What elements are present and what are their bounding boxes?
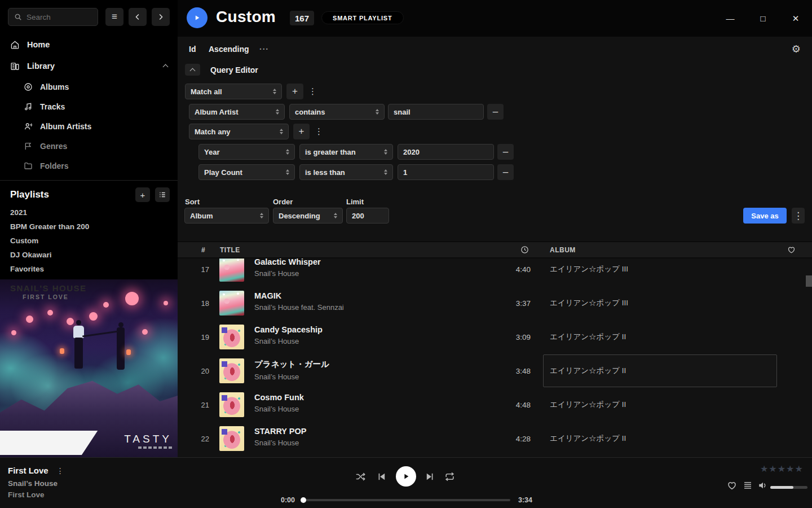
rule-operator-select[interactable]: is greater than <box>299 144 393 160</box>
track-title[interactable]: プラネット・ガール <box>254 359 329 370</box>
table-scrollbar-thumb[interactable] <box>806 275 812 287</box>
track-album[interactable]: エイリアン☆ポップ II <box>550 422 626 456</box>
album-art-thumbnail[interactable] <box>219 291 244 316</box>
track-title[interactable]: Cosmo Funk <box>254 393 304 402</box>
track-title[interactable]: MAGIK <box>254 291 344 300</box>
album-art-thumbnail[interactable] <box>219 325 244 349</box>
track-artist[interactable]: Snail’s House feat. Sennzai <box>254 303 344 312</box>
track-album[interactable]: エイリアン☆ポップ III <box>550 259 628 286</box>
playlist-item[interactable]: Custom <box>0 234 178 248</box>
table-row[interactable]: 19 Candy Spaceship Snail’s House 3:09 エイ… <box>178 320 812 354</box>
album-art-thumbnail[interactable] <box>219 392 244 417</box>
seek-knob[interactable] <box>301 497 306 503</box>
star-icon[interactable]: ★ <box>795 463 802 474</box>
favorite-button[interactable] <box>727 480 737 491</box>
rule-group-menu-icon[interactable]: ⋮ <box>315 127 323 135</box>
table-row[interactable]: 20 プラネット・ガール Snail’s House 3:48 エイリアン☆ポッ… <box>178 354 812 388</box>
sidebar-item-tracks[interactable]: Tracks <box>0 97 178 116</box>
track-album[interactable]: エイリアン☆ポップ III <box>550 286 628 320</box>
table-settings-gear-icon[interactable]: ⚙ <box>792 43 801 55</box>
now-playing-title[interactable]: First Love <box>8 466 48 475</box>
add-playlist-button[interactable]: + <box>135 187 150 202</box>
star-icon[interactable]: ★ <box>778 463 785 474</box>
favorite-column-heart-icon[interactable] <box>787 246 796 254</box>
sidebar-item-home[interactable]: Home <box>0 34 178 55</box>
menu-button[interactable]: ≡ <box>105 8 123 26</box>
column-title[interactable]: TITLE <box>220 246 240 254</box>
volume-slider[interactable] <box>770 486 807 489</box>
play-pause-button[interactable] <box>396 466 416 487</box>
seek-bar[interactable] <box>302 499 510 501</box>
rule-field-select[interactable]: Album Artist <box>189 104 285 120</box>
track-title[interactable]: Galactic Whisper <box>254 259 321 266</box>
focused-album-cell[interactable] <box>543 354 777 387</box>
track-title[interactable]: Candy Spaceship <box>254 325 323 334</box>
table-row[interactable]: 17 Galactic Whisper Snail’s House 4:40 エ… <box>178 259 812 286</box>
play-playlist-button[interactable] <box>187 7 208 28</box>
rule-operator-select[interactable]: contains <box>289 104 385 120</box>
add-rule-button[interactable]: + <box>293 124 310 139</box>
rule-operator-select[interactable]: is less than <box>299 164 393 180</box>
playlist-item[interactable]: DJ Okawari <box>0 248 178 262</box>
sidebar-item-library[interactable]: Library <box>0 55 178 77</box>
shuffle-button[interactable] <box>355 471 366 482</box>
previous-button[interactable] <box>377 472 386 481</box>
track-artist[interactable]: Snail’s House <box>254 405 304 413</box>
now-playing-menu-icon[interactable]: ⋮ <box>56 466 64 475</box>
table-row[interactable]: 21 Cosmo Funk Snail’s House 4:48 エイリアン☆ポ… <box>178 388 812 422</box>
duration-column-clock-icon[interactable] <box>520 246 529 254</box>
sidebar-item-album-artists[interactable]: Album Artists <box>0 116 178 136</box>
rule-value-input[interactable]: 2020 <box>398 144 494 160</box>
playlist-item[interactable]: Favorites <box>0 262 178 276</box>
playlist-list-button[interactable] <box>155 187 170 202</box>
album-art-thumbnail[interactable] <box>219 426 244 451</box>
collapse-chevron-icon[interactable] <box>163 64 169 70</box>
track-artist[interactable]: Snail’s House <box>254 373 329 381</box>
rule-value-input[interactable]: snail <box>388 104 484 120</box>
repeat-button[interactable] <box>444 471 455 482</box>
rule-field-select[interactable]: Year <box>198 144 295 160</box>
next-button[interactable] <box>425 472 435 481</box>
close-button[interactable]: ✕ <box>788 11 804 27</box>
nav-back-button[interactable] <box>129 8 147 26</box>
sort-field-button[interactable]: Id <box>189 45 196 54</box>
now-playing-artist[interactable]: Snail’s House <box>8 479 58 488</box>
nav-forward-button[interactable] <box>152 8 170 26</box>
query-editor-collapse-button[interactable] <box>185 64 200 76</box>
album-art-thumbnail[interactable] <box>219 259 244 282</box>
sidebar-item-genres[interactable]: Genres <box>0 136 178 156</box>
rule-group-menu-icon[interactable]: ⋮ <box>308 87 317 95</box>
star-icon[interactable]: ★ <box>769 463 776 474</box>
table-row[interactable]: 22 STARRY POP Snail’s House 4:28 エイリアン☆ポ… <box>178 422 812 456</box>
sort-order-button[interactable]: Ascending <box>209 45 249 54</box>
queue-button[interactable] <box>743 480 753 491</box>
save-as-button[interactable]: Save as <box>743 208 787 224</box>
track-album[interactable]: エイリアン☆ポップ II <box>550 320 626 354</box>
now-playing-album-art[interactable]: SNAIL'S HOUSE FIRST LOVE TASTY <box>0 279 178 457</box>
track-artist[interactable]: Snail’s House <box>254 269 321 278</box>
star-icon[interactable]: ★ <box>786 463 794 474</box>
sort-select[interactable]: Album <box>184 208 269 224</box>
column-album[interactable]: ALBUM <box>550 246 576 254</box>
minimize-button[interactable]: — <box>722 11 738 27</box>
album-art-thumbnail[interactable] <box>219 358 244 383</box>
track-title[interactable]: STARRY POP <box>254 427 306 436</box>
add-rule-button[interactable]: + <box>286 84 303 99</box>
now-playing-album[interactable]: First Love <box>8 491 45 499</box>
star-icon[interactable]: ★ <box>760 463 768 474</box>
maximize-button[interactable]: □ <box>755 11 771 27</box>
sidebar-item-folders[interactable]: Folders <box>0 156 178 176</box>
track-artist[interactable]: Snail’s House <box>254 439 306 447</box>
table-row[interactable]: 18 MAGIK Snail’s House feat. Sennzai 3:3… <box>178 286 812 320</box>
search-input[interactable]: Search <box>8 8 98 26</box>
more-options-button[interactable]: ··· <box>259 45 269 54</box>
remove-rule-button[interactable]: – <box>497 144 514 160</box>
remove-rule-button[interactable]: – <box>487 104 504 120</box>
rule-field-select[interactable]: Play Count <box>198 164 295 180</box>
query-menu-button[interactable]: ⋮ <box>792 208 805 224</box>
rating-stars[interactable]: ★ ★ ★ ★ ★ <box>760 463 803 474</box>
limit-input[interactable]: 200 <box>346 208 389 224</box>
track-artist[interactable]: Snail’s House <box>254 337 323 345</box>
playlist-item[interactable]: 2021 <box>0 205 178 220</box>
track-album[interactable]: エイリアン☆ポップ II <box>550 388 626 422</box>
